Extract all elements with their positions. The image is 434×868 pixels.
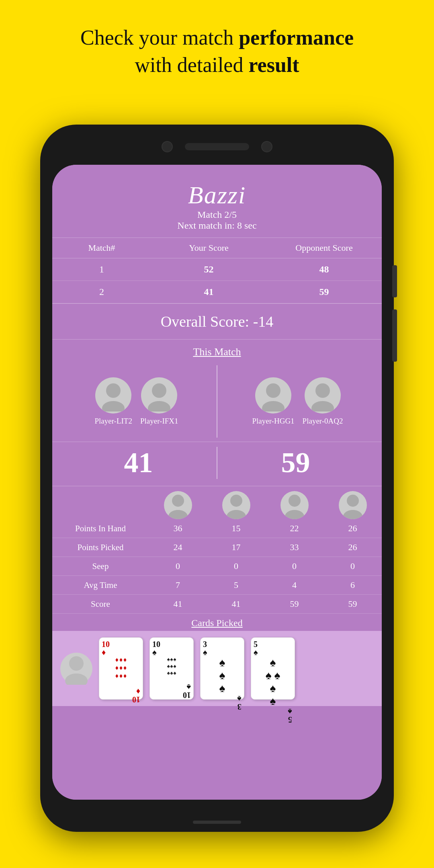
card-10-spades: 10♠ ♠♠♠ ♠♠♠ ♠♠♠ ♠ 10♠ <box>149 637 194 700</box>
card-top-5s: 5♠ <box>254 640 258 656</box>
match-info: Match 2/5 <box>60 209 374 220</box>
card-bottom-5s: 5♠ <box>288 708 292 724</box>
stats-label-spacer <box>52 491 149 519</box>
points-in-hand-p4: 26 <box>323 519 382 538</box>
team-score-row: 41 59 <box>52 442 382 486</box>
team2-score: 59 <box>217 446 374 479</box>
screen-content: Bazzi Match 2/5 Next match in: 8 sec Mat… <box>52 165 382 800</box>
cards-section-avatar <box>60 653 92 685</box>
card-bottom-10s: 10♠ <box>183 683 191 699</box>
stats-avatar-p3 <box>280 491 309 519</box>
card-bottom-3s: 3♠ <box>237 695 242 711</box>
svg-point-11 <box>227 510 246 519</box>
points-picked-p2: 17 <box>207 538 265 557</box>
stats-section: Points In Hand 36 15 22 26 Points Picked… <box>52 486 382 614</box>
header-line2: with detailed result <box>135 53 299 76</box>
stats-row-avg-time: Avg Time 7 5 4 6 <box>52 576 382 595</box>
cards-picked-label: Cards Picked <box>52 614 382 631</box>
score-row-1: 1 52 48 <box>52 258 382 281</box>
seep-p4: 0 <box>323 557 382 576</box>
phone-screen: Bazzi Match 2/5 Next match in: 8 sec Mat… <box>52 165 382 800</box>
player-lit2-name: Player-LIT2 <box>94 417 132 426</box>
svg-point-6 <box>315 383 330 398</box>
app-header: Bazzi Match 2/5 Next match in: 8 sec <box>52 165 382 237</box>
match-num-2: 2 <box>52 287 151 297</box>
score-p3: 59 <box>265 595 323 614</box>
player-0aq2-wrap: Player-0AQ2 <box>303 377 343 426</box>
speaker <box>185 143 249 150</box>
col-your-score-header: Your Score <box>151 243 266 253</box>
svg-point-15 <box>343 510 362 519</box>
card-top-rank: 10♦ <box>102 640 110 656</box>
card-center-3s: ♠♠♠ <box>219 656 225 695</box>
seep-p2: 0 <box>207 557 265 576</box>
svg-point-0 <box>106 383 121 398</box>
stats-player3-avatar-col <box>265 491 323 519</box>
svg-point-2 <box>152 383 166 398</box>
svg-point-7 <box>311 401 334 411</box>
seep-label: Seep <box>52 557 149 576</box>
points-picked-p1: 24 <box>149 538 207 557</box>
svg-point-10 <box>230 495 242 507</box>
volume-button-1 <box>392 265 397 297</box>
card-3-spades: 3♠ ♠♠♠ 3♠ <box>200 637 244 700</box>
card-top-10s: 10♠ <box>152 640 160 656</box>
svg-point-9 <box>168 510 188 519</box>
team2-players: Player-HGG1 Player-0AQ2 <box>221 377 374 426</box>
col-match-header: Match# <box>52 243 151 253</box>
score-p4: 59 <box>323 595 382 614</box>
volume-button-2 <box>392 309 397 362</box>
match-num-1: 1 <box>52 264 151 275</box>
col-opp-score-header: Opponent Score <box>266 243 382 253</box>
stats-avatar-p4 <box>339 491 367 519</box>
score-label: Score <box>52 595 149 614</box>
svg-point-17 <box>65 674 88 685</box>
svg-point-16 <box>69 656 84 671</box>
stats-row-points-picked: Points Picked 24 17 33 26 <box>52 538 382 557</box>
player-hgg1-avatar <box>255 377 291 414</box>
cards-row: 10♦ ♦♦♦ ♦♦♦ ♦♦♦ ♦ 10♦ 10♠ ♠♠♠ ♠♠♠ ♠ <box>52 631 382 706</box>
score-table: Match# Your Score Opponent Score 1 52 48… <box>52 237 382 304</box>
points-in-hand-p3: 22 <box>265 519 323 538</box>
score-row-2: 2 41 59 <box>52 281 382 303</box>
stats-player2-avatar-col <box>207 491 265 519</box>
opp-score-2: 59 <box>266 287 382 297</box>
points-picked-label: Points Picked <box>52 538 149 557</box>
overall-score: Overall Score: -14 <box>52 304 382 340</box>
card-10-diamonds: 10♦ ♦♦♦ ♦♦♦ ♦♦♦ ♦ 10♦ <box>99 637 143 700</box>
seep-p3: 0 <box>265 557 323 576</box>
avg-time-p1: 7 <box>149 576 207 595</box>
player-hgg1-name: Player-HGG1 <box>252 417 294 426</box>
player-lit2-wrap: Player-LIT2 <box>94 377 132 426</box>
stats-table: Points In Hand 36 15 22 26 Points Picked… <box>52 519 382 614</box>
header-line1: Check your match performance <box>80 26 354 49</box>
stats-player4-avatar-col <box>323 491 382 519</box>
stats-row-points-in-hand: Points In Hand 36 15 22 26 <box>52 519 382 538</box>
svg-point-5 <box>262 401 285 411</box>
points-in-hand-label: Points In Hand <box>52 519 149 538</box>
camera-right <box>261 141 272 152</box>
card-center-5s: ♠♠ ♠♠♠ <box>266 656 280 708</box>
stats-row-seep: Seep 0 0 0 0 <box>52 557 382 576</box>
avg-time-p2: 5 <box>207 576 265 595</box>
player-lit2-avatar <box>95 377 131 414</box>
stats-player1-avatar-col <box>149 491 207 519</box>
svg-point-3 <box>148 401 170 411</box>
stats-row-score: Score 41 41 59 59 <box>52 595 382 614</box>
player-0aq2-name: Player-0AQ2 <box>303 417 343 426</box>
avg-time-label: Avg Time <box>52 576 149 595</box>
points-in-hand-p2: 15 <box>207 519 265 538</box>
player-hgg1-wrap: Player-HGG1 <box>252 377 294 426</box>
stats-avatar-p1 <box>164 491 192 519</box>
card-center-spades10: ♠♠♠ ♠♠♠ ♠♠♠ ♠ <box>167 656 176 683</box>
player-ifx1-avatar <box>141 377 177 414</box>
your-score-2: 41 <box>151 287 266 297</box>
svg-point-4 <box>266 383 280 398</box>
stats-avatar-row <box>52 486 382 519</box>
team-divider <box>217 365 217 438</box>
seep-p1: 0 <box>149 557 207 576</box>
card-bottom-rank: 10♦ <box>132 688 140 704</box>
team1-players: Player-LIT2 Player-IFX1 <box>60 377 213 426</box>
score-p2: 41 <box>207 595 265 614</box>
your-score-1: 52 <box>151 264 266 275</box>
